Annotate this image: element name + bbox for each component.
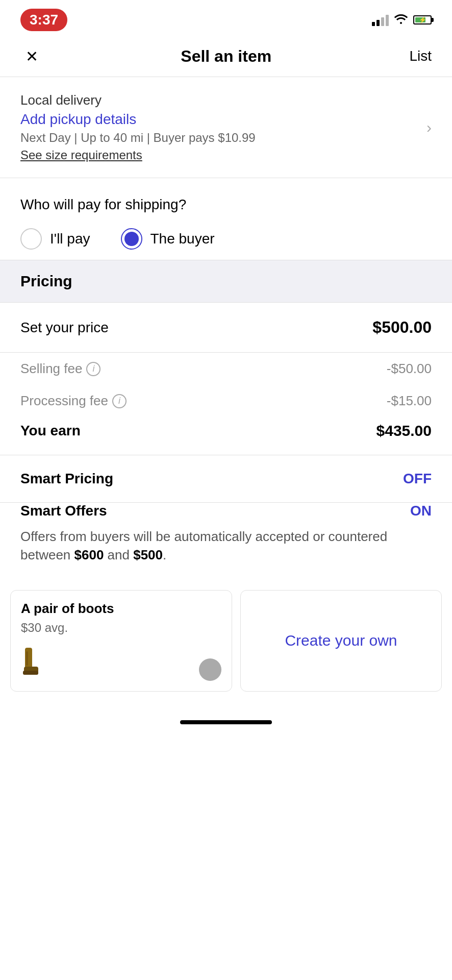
you-earn-row: You earn $435.00 bbox=[20, 417, 432, 445]
smart-pricing-label: Smart Pricing bbox=[20, 471, 113, 487]
home-indicator bbox=[0, 712, 452, 737]
smart-offers-header: Smart Offers ON bbox=[20, 503, 432, 519]
close-button[interactable]: ✕ bbox=[20, 45, 43, 67]
shipping-option-seller[interactable]: I'll pay bbox=[20, 228, 90, 250]
radio-seller[interactable] bbox=[20, 228, 42, 250]
shipping-option-buyer[interactable]: The buyer bbox=[121, 228, 215, 250]
status-bar: 3:37 ⚡ bbox=[0, 0, 452, 36]
shipping-label-seller: I'll pay bbox=[50, 231, 90, 247]
shipping-section: Who will pay for shipping? I'll pay The … bbox=[0, 178, 452, 260]
boots-card-avg: $30 avg. bbox=[21, 621, 114, 635]
pricing-section-header: Pricing bbox=[0, 260, 452, 302]
smart-offers-section: Smart Offers ON Offers from buyers will … bbox=[0, 503, 452, 580]
radio-buyer-inner bbox=[124, 232, 139, 246]
list-button[interactable]: List bbox=[409, 48, 432, 64]
local-delivery-content: Local delivery Add pickup details Next D… bbox=[20, 92, 256, 162]
smart-pricing-row[interactable]: Smart Pricing OFF bbox=[0, 455, 452, 502]
status-icons: ⚡ bbox=[372, 13, 432, 27]
shipping-question: Who will pay for shipping? bbox=[20, 197, 432, 213]
fee-section: Selling fee i -$50.00 Processing fee i -… bbox=[0, 353, 452, 455]
selling-fee-info-icon[interactable]: i bbox=[86, 362, 101, 376]
processing-fee-info-icon[interactable]: i bbox=[112, 394, 127, 408]
selling-fee-label: Selling fee i bbox=[20, 361, 101, 377]
set-price-value: $500.00 bbox=[372, 318, 432, 337]
set-price-label: Set your price bbox=[20, 320, 109, 336]
battery-icon: ⚡ bbox=[413, 15, 432, 24]
signal-icon bbox=[372, 14, 389, 26]
processing-fee-row: Processing fee i -$15.00 bbox=[20, 385, 432, 417]
bottom-cards: A pair of boots $30 avg. Create your own bbox=[10, 590, 442, 692]
boots-card-title: A pair of boots bbox=[21, 601, 114, 617]
smart-pricing-status[interactable]: OFF bbox=[403, 471, 432, 487]
shipping-label-buyer: The buyer bbox=[150, 231, 215, 247]
chevron-right-icon: › bbox=[426, 119, 432, 136]
nav-header: ✕ Sell an item List bbox=[0, 36, 452, 77]
processing-fee-value: -$15.00 bbox=[387, 393, 432, 409]
smart-offers-status[interactable]: ON bbox=[410, 503, 432, 519]
smart-offers-description: Offers from buyers will be automatically… bbox=[20, 527, 432, 565]
selling-fee-row: Selling fee i -$50.00 bbox=[20, 353, 432, 385]
radio-buyer[interactable] bbox=[121, 228, 142, 250]
shipping-options: I'll pay The buyer bbox=[20, 228, 432, 250]
create-own-text: Create your own bbox=[285, 632, 397, 649]
you-earn-value: $435.00 bbox=[376, 422, 432, 439]
boots-toggle[interactable] bbox=[199, 658, 221, 681]
svg-rect-2 bbox=[23, 671, 38, 675]
home-indicator-area bbox=[0, 712, 452, 737]
you-earn-label: You earn bbox=[20, 423, 81, 439]
local-delivery-detail: Next Day | Up to 40 mi | Buyer pays $10.… bbox=[20, 131, 256, 145]
boot-icon bbox=[21, 645, 46, 681]
status-time: 3:37 bbox=[20, 9, 67, 31]
smart-offers-title: Smart Offers bbox=[20, 503, 107, 519]
local-delivery-section: Local delivery Add pickup details Next D… bbox=[0, 77, 452, 178]
wifi-icon bbox=[394, 13, 408, 27]
create-own-card[interactable]: Create your own bbox=[240, 590, 442, 692]
boots-card[interactable]: A pair of boots $30 avg. bbox=[10, 590, 232, 692]
home-bar bbox=[180, 720, 272, 724]
svg-rect-3 bbox=[26, 651, 28, 666]
add-pickup-link[interactable]: Add pickup details bbox=[20, 111, 256, 128]
page-title: Sell an item bbox=[181, 47, 271, 66]
pricing-title: Pricing bbox=[20, 273, 432, 290]
size-requirements-link[interactable]: See size requirements bbox=[20, 148, 256, 162]
set-price-row[interactable]: Set your price $500.00 bbox=[0, 303, 452, 352]
local-delivery-title: Local delivery bbox=[20, 92, 256, 108]
selling-fee-value: -$50.00 bbox=[387, 361, 432, 377]
processing-fee-label: Processing fee i bbox=[20, 393, 127, 409]
